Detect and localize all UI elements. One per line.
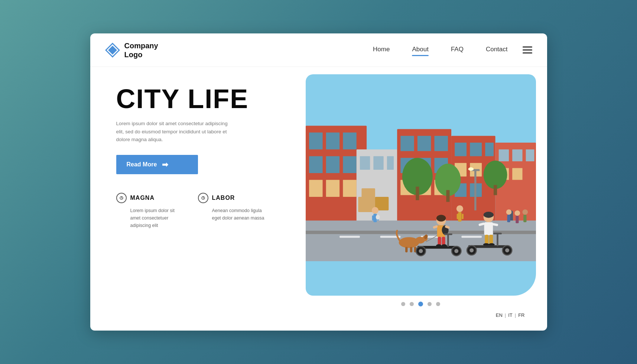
labor-desc: Aenean commodo ligula eget dolor aenean … <box>212 207 265 222</box>
svg-rect-72 <box>458 212 461 222</box>
svg-rect-16 <box>309 180 322 197</box>
svg-rect-27 <box>400 136 414 151</box>
logo-icon <box>105 43 120 58</box>
carousel-dots <box>306 296 536 309</box>
nav-about[interactable]: About <box>412 46 428 55</box>
svg-rect-18 <box>343 180 356 197</box>
svg-rect-120 <box>497 233 498 246</box>
feature-magna: MAGNA Lorem ipsum dolor sit amet consect… <box>116 193 183 229</box>
svg-rect-24 <box>361 188 375 202</box>
svg-rect-62 <box>339 236 360 238</box>
hamburger-menu[interactable] <box>523 46 532 53</box>
lang-en[interactable]: EN <box>496 312 503 318</box>
magna-icon <box>116 193 127 203</box>
svg-point-103 <box>454 249 458 253</box>
header: Company Logo Home About FAQ Contact <box>90 33 547 67</box>
svg-rect-21 <box>373 156 383 170</box>
svg-point-119 <box>505 248 509 253</box>
svg-point-66 <box>371 207 378 214</box>
arrow-right-icon: ➡ <box>162 160 168 169</box>
svg-rect-68 <box>372 215 374 221</box>
svg-line-7 <box>203 198 204 199</box>
svg-point-117 <box>469 248 474 253</box>
svg-point-107 <box>483 212 493 218</box>
svg-rect-110 <box>489 235 493 244</box>
dot-1[interactable] <box>401 302 405 306</box>
city-illustration <box>306 74 536 296</box>
svg-rect-14 <box>326 156 339 173</box>
svg-point-58 <box>468 168 474 171</box>
magna-title: MAGNA <box>130 195 155 201</box>
svg-rect-20 <box>360 156 370 170</box>
svg-rect-121 <box>493 233 502 235</box>
svg-rect-105 <box>444 233 452 235</box>
svg-rect-51 <box>416 187 419 200</box>
svg-rect-55 <box>494 185 497 195</box>
labor-icon <box>198 193 208 203</box>
svg-rect-22 <box>387 156 393 170</box>
svg-point-54 <box>483 160 507 189</box>
svg-rect-37 <box>455 143 467 156</box>
svg-rect-73 <box>456 214 458 220</box>
logo-area: Company Logo <box>105 41 187 59</box>
lang-fr[interactable]: FR <box>518 312 524 318</box>
svg-point-75 <box>506 209 511 215</box>
svg-rect-13 <box>309 156 322 173</box>
svg-rect-15 <box>343 156 356 173</box>
svg-rect-45 <box>498 149 508 161</box>
svg-rect-108 <box>484 222 493 235</box>
svg-rect-76 <box>507 215 510 222</box>
svg-rect-10 <box>309 133 322 150</box>
svg-rect-80 <box>523 215 526 222</box>
feature-labor: LABOR Aenean commodo ligula eget dolor a… <box>198 193 265 229</box>
svg-rect-104 <box>447 234 449 247</box>
svg-rect-29 <box>434 136 448 151</box>
hero-description: Lorem ipsum dolor sit amet consectetur a… <box>116 120 235 144</box>
svg-line-4 <box>121 198 122 199</box>
svg-rect-65 <box>461 236 482 238</box>
svg-rect-12 <box>343 133 356 150</box>
svg-rect-56 <box>474 170 476 210</box>
svg-rect-46 <box>512 149 522 161</box>
svg-rect-28 <box>417 136 430 151</box>
svg-rect-86 <box>410 247 412 253</box>
labor-title: LABOR <box>212 195 235 201</box>
svg-rect-85 <box>405 247 407 253</box>
svg-point-101 <box>419 249 423 253</box>
left-panel: CITY LIFE Lorem ipsum dolor sit amet con… <box>90 67 298 331</box>
lang-it[interactable]: IT <box>508 312 513 318</box>
nav-home[interactable]: Home <box>373 46 390 55</box>
read-more-button[interactable]: Read More ➡ <box>116 155 198 174</box>
svg-rect-49 <box>512 168 522 180</box>
svg-point-70 <box>376 215 380 220</box>
svg-rect-109 <box>485 235 488 244</box>
dot-4[interactable] <box>428 302 432 306</box>
svg-rect-74 <box>462 214 464 220</box>
right-panel: EN | IT | FR <box>298 67 547 331</box>
svg-rect-53 <box>446 190 449 202</box>
svg-rect-47 <box>526 149 534 161</box>
browser-card: Company Logo Home About FAQ Contact CITY… <box>90 33 547 331</box>
svg-rect-38 <box>470 143 482 156</box>
dot-3[interactable] <box>418 302 423 306</box>
magna-desc: Lorem ipsum dolor sit amet consectetuer … <box>130 207 183 229</box>
svg-point-71 <box>456 205 463 212</box>
nav-faq[interactable]: FAQ <box>451 46 464 55</box>
main-content: CITY LIFE Lorem ipsum dolor sit amet con… <box>90 67 547 331</box>
svg-rect-39 <box>485 143 494 156</box>
features-section: MAGNA Lorem ipsum dolor sit amet consect… <box>116 193 283 229</box>
svg-point-90 <box>436 215 446 221</box>
svg-rect-93 <box>438 237 441 246</box>
language-selector: EN | IT | FR <box>306 309 536 323</box>
svg-rect-94 <box>442 237 445 246</box>
svg-rect-17 <box>326 180 339 197</box>
logo-text: Company Logo <box>124 41 158 59</box>
dot-5[interactable] <box>436 302 440 306</box>
dot-2[interactable] <box>410 302 414 306</box>
nav-contact[interactable]: Contact <box>486 46 508 55</box>
hero-title: CITY LIFE <box>116 85 283 112</box>
svg-point-77 <box>514 210 520 216</box>
main-nav: Home About FAQ Contact <box>373 46 507 55</box>
svg-rect-11 <box>326 133 339 150</box>
svg-rect-78 <box>516 216 519 223</box>
